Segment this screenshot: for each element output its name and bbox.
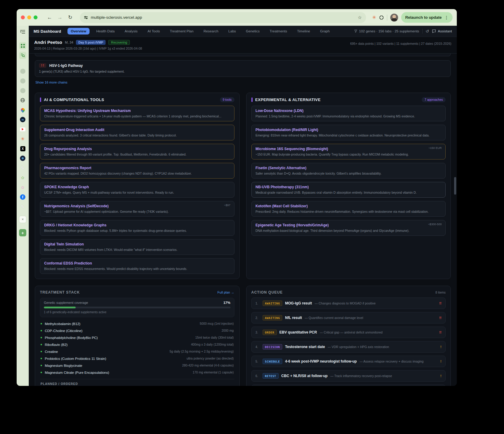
- tab-health-data[interactable]: Health Data: [93, 28, 118, 35]
- back-icon[interactable]: ←: [46, 15, 53, 21]
- url-bar[interactable]: multiple-sclerosis.vercel.app ☆: [80, 12, 366, 23]
- exp-panel-title: EXPERIMENTAL & ALTERNATIVE: [255, 97, 321, 102]
- forward-icon[interactable]: →: [56, 15, 64, 21]
- active-dot-icon: [41, 372, 42, 373]
- maps-pin-icon[interactable]: [19, 106, 26, 113]
- new-tab-icon[interactable]: +: [19, 229, 26, 236]
- tab-analysis[interactable]: Analysis: [121, 28, 141, 35]
- planned-label: PLANNED / ORDERED: [41, 382, 234, 386]
- claude-spark-icon[interactable]: ✳: [19, 135, 26, 143]
- action-item[interactable]: 2. AWAITING NfL result — Quantifies curr…: [251, 312, 446, 324]
- zoom-window-button[interactable]: [34, 15, 38, 19]
- facebook-icon[interactable]: f: [19, 193, 26, 201]
- minimize-window-button[interactable]: [27, 15, 31, 19]
- approach-card[interactable]: ~150 EUR Microbiome 16S Sequencing (Biom…: [251, 144, 446, 159]
- coverage-label: Genetic supplement coverage: [44, 301, 88, 304]
- tool-card[interactable]: Supplement-Drug Interaction Audit 26 com…: [40, 125, 234, 140]
- flower-icon[interactable]: ✿: [19, 184, 26, 191]
- status-badge: ORDER: [263, 330, 277, 335]
- page-content: MS Dashboard Overview Health Data Analys…: [29, 26, 457, 386]
- tab-timeline[interactable]: Timeline: [294, 28, 313, 35]
- tool-card[interactable]: Digital Twin Simulation Blocked: needs D…: [40, 239, 234, 255]
- profile-avatar[interactable]: [390, 14, 398, 21]
- x-logo-icon[interactable]: X: [19, 145, 26, 152]
- extension-spark-icon[interactable]: ✳: [372, 15, 376, 20]
- search-tabs-icon[interactable]: [19, 52, 26, 59]
- approach-card[interactable]: Low-Dose Naltrexone (LDN) Planned: 1.5mg…: [251, 106, 446, 121]
- supplement-row: Magnesium Citrate (Pure Encapsulations)1…: [40, 369, 234, 376]
- approach-card[interactable]: NB-UVB Phototherapy (311nm) Medical-grad…: [251, 182, 446, 198]
- coverage-percent: 17%: [223, 301, 230, 304]
- stack-panel-title: TREATMENT STACK: [40, 290, 80, 294]
- tab-treatments[interactable]: Treatments: [266, 28, 290, 35]
- steam-icon[interactable]: [19, 155, 26, 162]
- supplement-row: Magnesium Bisglycinate280-420 mg element…: [40, 362, 234, 369]
- ita-logo-icon[interactable]: ita: [19, 116, 26, 123]
- globe-icon[interactable]: [19, 97, 26, 104]
- status-badge: DECISION: [263, 344, 283, 350]
- full-plan-link[interactable]: Full plan →: [218, 291, 234, 294]
- app-brand: MS Dashboard: [34, 29, 61, 34]
- supplement-row: Riboflavin (B2)400mg x 3 daily (1200mg t…: [40, 341, 234, 348]
- exp-panel-count-badge: 7 approaches: [422, 97, 446, 102]
- tool-card[interactable]: Drug Repurposing Analysis 20+ candidates…: [40, 144, 234, 159]
- tool-card[interactable]: Conformal EDSS Prediction Blocked: needs…: [40, 258, 234, 274]
- assistant-button[interactable]: Assistant: [432, 29, 452, 33]
- youtube-icon[interactable]: [19, 126, 26, 133]
- tab-overview[interactable]: Overview: [67, 28, 90, 35]
- filter-icon: [354, 30, 357, 33]
- tab-genetics[interactable]: Genetics: [243, 28, 263, 35]
- status-badge: SCHEDULE: [263, 359, 283, 364]
- approach-card[interactable]: Ketotifen (Mast Cell Stabilizer) Prescri…: [251, 201, 446, 217]
- browser-menu-icon[interactable]: ⋮: [444, 15, 449, 20]
- tab-ai-tools[interactable]: AI Tools: [144, 28, 163, 35]
- action-item[interactable]: 7. REVIEW Vitamin D protocol when bile a…: [251, 385, 446, 386]
- close-tab-icon[interactable]: ×: [19, 216, 26, 223]
- plant-icon[interactable]: ✿: [19, 174, 26, 181]
- action-item[interactable]: 4. DECISION Testosterone start date — VD…: [251, 341, 446, 353]
- tab-research[interactable]: Research: [200, 28, 222, 35]
- tool-card[interactable]: SPOKE Knowledge Graph UCSF 27M+ edges. Q…: [40, 182, 234, 198]
- supplement-row: Creatine5g daily (2.5g morning + 2.5g mi…: [40, 348, 234, 355]
- tab-labs[interactable]: Labs: [225, 28, 239, 35]
- action-queue-panel: ACTION QUEUE 8 items 1. AWAITING MOG-IgG…: [246, 286, 451, 386]
- tool-card[interactable]: Pharmacogenomics Report 42 PGx variants …: [40, 163, 234, 179]
- placeholder-tab-icon-2[interactable]: [19, 77, 26, 84]
- site-settings-icon[interactable]: [84, 16, 88, 18]
- approach-card[interactable]: ~$300-500 Epigenetic Age Testing (Horvat…: [251, 220, 446, 236]
- refresh-icon[interactable]: ↺: [426, 29, 429, 34]
- tool-card[interactable]: MCAS Hypothesis: Unifying Upstream Mecha…: [40, 106, 234, 121]
- placeholder-tab-icon-3[interactable]: [19, 87, 26, 94]
- status-badge: AWAITING: [263, 315, 283, 321]
- placeholder-tab-icon-1[interactable]: [19, 67, 26, 75]
- close-window-button[interactable]: [21, 15, 25, 19]
- pathway-alert-card[interactable]: !! HSV-1-IgG Pathway 1 gene(s) (TLR3) af…: [35, 60, 451, 77]
- patient-name: Andri Peetso: [34, 40, 62, 45]
- urgency-mark: !: [440, 374, 441, 378]
- sidebar-toggle-icon[interactable]: [19, 28, 26, 35]
- approach-card[interactable]: Photobiomodulation (Red/NIR Light) Emerg…: [251, 125, 446, 140]
- approach-card[interactable]: Fisetin (Senolytic Alternative) Safer se…: [251, 163, 446, 179]
- action-item[interactable]: 1. AWAITING MOG-IgG result — Changes dia…: [251, 298, 446, 309]
- pen-icon[interactable]: ✎: [19, 164, 26, 172]
- reload-icon[interactable]: ↻: [67, 14, 74, 21]
- extensions-puzzle-icon[interactable]: [379, 15, 384, 20]
- action-item[interactable]: 3. ORDER EBV quantitative PCR — Critical…: [251, 327, 446, 338]
- pen-icon-2[interactable]: ✎: [19, 203, 26, 210]
- tool-card[interactable]: ~$97 Nutrigenomics Analysis (SelfDecode)…: [40, 201, 234, 217]
- bookmark-star-icon[interactable]: ☆: [358, 15, 362, 20]
- experimental-panel: EXPERIMENTAL & ALTERNATIVE 7 approaches …: [246, 93, 451, 279]
- tool-card[interactable]: DRKG / Hetionet Knowledge Graphs Blocked…: [40, 220, 234, 236]
- price-tag: ~150 EUR: [428, 146, 442, 150]
- tab-treatment-plan[interactable]: Treatment Plan: [166, 28, 197, 35]
- active-dot-icon: [41, 358, 42, 359]
- relaunch-button[interactable]: Relaunch to update ⋮: [401, 12, 453, 23]
- action-item[interactable]: 6. RETEST CBC + NLR/SII at follow-up — T…: [251, 370, 446, 382]
- alert-description: 1 gene(s) (TLR3) affect HSV-1-IgG. No ta…: [39, 70, 447, 73]
- action-item[interactable]: 5. SCHEDULE 4-6 week post-IVMP neurologi…: [251, 356, 446, 367]
- dashboard-scroll-area: !! HSV-1-IgG Pathway 1 gene(s) (TLR3) af…: [29, 54, 457, 386]
- page-scrollbar-thumb[interactable]: [454, 177, 456, 195]
- apps-grid-icon[interactable]: [19, 42, 26, 49]
- show-more-chains-link[interactable]: Show 16 more chains: [35, 81, 67, 84]
- tab-graph[interactable]: Graph: [317, 28, 333, 35]
